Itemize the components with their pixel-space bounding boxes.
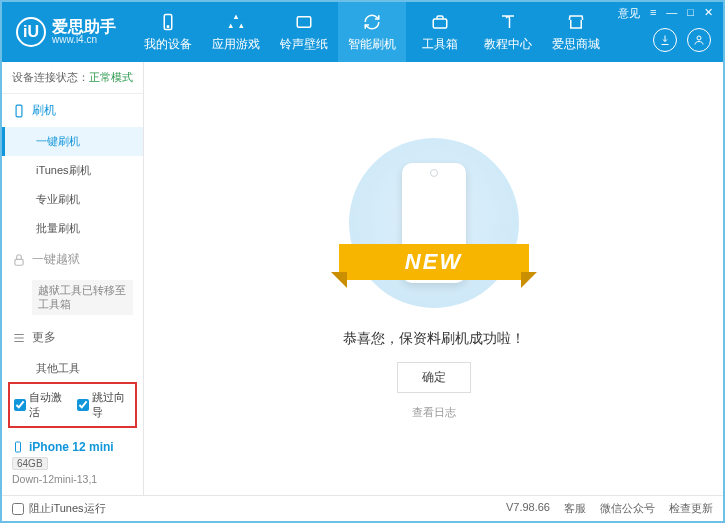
phone-icon — [12, 440, 24, 454]
logo-area: iU 爱思助手 www.i4.cn — [2, 2, 130, 62]
sidebar-header-label: 更多 — [32, 329, 56, 346]
conn-value: 正常模式 — [89, 71, 133, 83]
view-log-link[interactable]: 查看日志 — [412, 405, 456, 420]
close-button[interactable]: ✕ — [702, 6, 715, 21]
svg-rect-6 — [15, 259, 23, 265]
app-name: 爱思助手 — [52, 19, 116, 35]
top-nav: 我的设备 应用游戏 铃声壁纸 智能刷机 工具箱 教程中心 — [134, 2, 610, 62]
app-url: www.i4.cn — [52, 35, 116, 45]
block-itunes-checkbox[interactable] — [12, 503, 24, 515]
svg-point-4 — [697, 36, 701, 40]
sidebar-header-flash[interactable]: 刷机 — [2, 94, 143, 127]
sidebar-item-pro[interactable]: 专业刷机 — [2, 185, 143, 214]
new-ribbon: NEW — [339, 244, 529, 280]
skip-guide-checkbox[interactable]: 跳过向导 — [77, 390, 132, 420]
nav-label: 工具箱 — [422, 36, 458, 53]
checkbox-input[interactable] — [77, 399, 89, 411]
nav-label: 爱思商城 — [552, 36, 600, 53]
nav-tutorials[interactable]: 教程中心 — [474, 2, 542, 62]
nav-toolbox[interactable]: 工具箱 — [406, 2, 474, 62]
download-icon[interactable] — [653, 28, 677, 52]
device-block[interactable]: iPhone 12 mini 64GB Down-12mini-13,1 — [2, 434, 143, 495]
apps-icon — [226, 12, 246, 32]
menu-button[interactable]: ≡ — [648, 6, 658, 21]
device-model: Down-12mini-13,1 — [12, 473, 133, 485]
wallpaper-icon — [294, 12, 314, 32]
device-name: iPhone 12 mini — [29, 440, 114, 454]
ok-button[interactable]: 确定 — [397, 362, 471, 393]
footer: 阻止iTunes运行 V7.98.66 客服 微信公众号 检查更新 — [2, 495, 723, 521]
checkbox-input[interactable] — [14, 399, 26, 411]
sidebar-item-itunes[interactable]: iTunes刷机 — [2, 156, 143, 185]
nav-ringtones[interactable]: 铃声壁纸 — [270, 2, 338, 62]
nav-label: 我的设备 — [144, 36, 192, 53]
nav-label: 教程中心 — [484, 36, 532, 53]
connection-status: 设备连接状态：正常模式 — [2, 62, 143, 94]
phone-icon — [12, 104, 26, 118]
titlebar: iU 爱思助手 www.i4.cn 我的设备 应用游戏 铃声壁纸 智能刷机 — [2, 2, 723, 62]
sidebar-header-label: 一键越狱 — [32, 251, 80, 268]
sidebar-header-more[interactable]: 更多 — [2, 321, 143, 354]
block-itunes-label: 阻止iTunes运行 — [29, 501, 106, 516]
toolbox-icon — [430, 12, 450, 32]
sidebar-header-jailbreak: 一键越狱 — [2, 243, 143, 276]
book-icon — [498, 12, 518, 32]
sidebar-item-oneclick[interactable]: 一键刷机 — [2, 127, 143, 156]
svg-rect-7 — [16, 442, 21, 452]
success-message: 恭喜您，保资料刷机成功啦！ — [343, 330, 525, 348]
maximize-button[interactable]: □ — [685, 6, 696, 21]
store-icon — [566, 12, 586, 32]
version-label: V7.98.66 — [506, 501, 550, 516]
body: 设备连接状态：正常模式 刷机 一键刷机 iTunes刷机 专业刷机 批量刷机 — [2, 62, 723, 495]
main-panel: NEW 恭喜您，保资料刷机成功啦！ 确定 查看日志 — [144, 62, 723, 495]
checkbox-label: 自动激活 — [29, 390, 69, 420]
titlebar-right: 意见 ≡ — □ ✕ — [616, 2, 715, 62]
sidebar: 设备连接状态：正常模式 刷机 一键刷机 iTunes刷机 专业刷机 批量刷机 — [2, 62, 144, 495]
lock-icon — [12, 253, 26, 267]
sidebar-item-othertools[interactable]: 其他工具 — [2, 354, 143, 376]
svg-rect-3 — [433, 19, 447, 28]
svg-rect-5 — [16, 105, 22, 117]
update-link[interactable]: 检查更新 — [669, 501, 713, 516]
checkbox-label: 跳过向导 — [92, 390, 132, 420]
nav-apps[interactable]: 应用游戏 — [202, 2, 270, 62]
device-storage: 64GB — [12, 457, 48, 470]
window-controls: 意见 ≡ — □ ✕ — [616, 6, 715, 21]
success-illustration: NEW — [349, 138, 519, 308]
app-window: iU 爱思助手 www.i4.cn 我的设备 应用游戏 铃声壁纸 智能刷机 — [0, 0, 725, 523]
refresh-icon — [362, 12, 382, 32]
phone-icon — [158, 12, 178, 32]
sidebar-item-batch[interactable]: 批量刷机 — [2, 214, 143, 243]
auto-activate-checkbox[interactable]: 自动激活 — [14, 390, 69, 420]
nav-label: 应用游戏 — [212, 36, 260, 53]
options-highlight: 自动激活 跳过向导 — [8, 382, 137, 428]
service-link[interactable]: 客服 — [564, 501, 586, 516]
nav-my-device[interactable]: 我的设备 — [134, 2, 202, 62]
nav-store[interactable]: 爱思商城 — [542, 2, 610, 62]
nav-label: 铃声壁纸 — [280, 36, 328, 53]
svg-point-1 — [167, 25, 169, 27]
user-icon[interactable] — [687, 28, 711, 52]
menu-icon — [12, 331, 26, 345]
sidebar-header-label: 刷机 — [32, 102, 56, 119]
feedback-button[interactable]: 意见 — [616, 6, 642, 21]
nav-label: 智能刷机 — [348, 36, 396, 53]
nav-flash[interactable]: 智能刷机 — [338, 2, 406, 62]
jailbreak-note: 越狱工具已转移至工具箱 — [32, 280, 133, 315]
conn-label: 设备连接状态： — [12, 71, 89, 83]
wechat-link[interactable]: 微信公众号 — [600, 501, 655, 516]
svg-rect-2 — [297, 16, 311, 27]
logo-icon: iU — [16, 17, 46, 47]
minimize-button[interactable]: — — [664, 6, 679, 21]
